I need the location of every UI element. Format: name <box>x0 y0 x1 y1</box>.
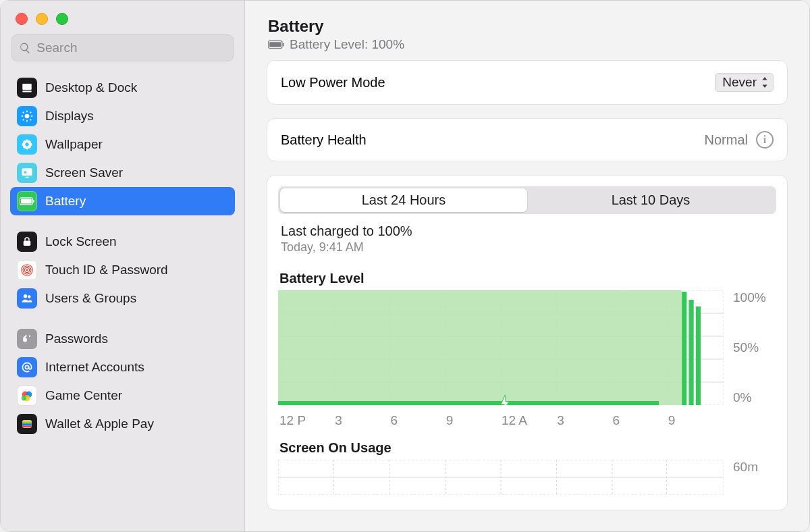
sidebar-item-label: Passwords <box>45 331 108 346</box>
sidebar-item-screensaver[interactable]: Screen Saver <box>10 159 235 187</box>
screensaver-icon <box>17 163 37 183</box>
sun-icon <box>17 106 37 126</box>
time-range-segmented: Last 24 Hours Last 10 Days <box>278 186 776 214</box>
sidebar-item-lock[interactable]: Lock Screen <box>10 228 235 256</box>
svg-rect-45 <box>22 426 31 428</box>
low-power-panel: Low Power Mode Never <box>267 60 788 105</box>
svg-rect-43 <box>22 423 31 425</box>
svg-rect-65 <box>696 307 701 405</box>
info-icon[interactable]: i <box>756 131 774 149</box>
svg-line-8 <box>30 119 32 121</box>
sidebar-item-wallet[interactable]: Wallet & Apple Pay <box>10 410 235 438</box>
svg-point-21 <box>24 171 27 174</box>
search-field[interactable] <box>11 34 234 61</box>
sidebar-item-users[interactable]: Users & Groups <box>10 284 235 313</box>
sidebar-item-label: Wallet & Apple Pay <box>45 417 154 431</box>
svg-rect-26 <box>24 241 31 246</box>
svg-rect-64 <box>688 300 693 405</box>
svg-rect-48 <box>283 43 284 46</box>
battery-level-chart: 12 P36912 A369 100%50%0% <box>278 290 776 429</box>
minimize-window-button[interactable] <box>36 13 48 25</box>
svg-point-32 <box>28 295 30 298</box>
svg-rect-44 <box>22 424 31 426</box>
x-axis-labels: 12 P36912 A369 <box>278 408 724 429</box>
battery-level-plot <box>278 290 724 405</box>
y-axis-labels: 100%50%0% <box>724 290 776 405</box>
chevron-up-down-icon <box>761 77 769 88</box>
users-icon <box>17 288 37 309</box>
svg-rect-0 <box>22 84 32 90</box>
sidebar-item-label: Wallpaper <box>45 137 103 152</box>
svg-rect-61 <box>278 290 682 405</box>
close-window-button[interactable] <box>16 13 28 25</box>
svg-rect-20 <box>22 168 32 176</box>
flower-icon <box>17 134 37 155</box>
last-charged-time: Today, 9:41 AM <box>281 240 774 255</box>
sidebar-item-at[interactable]: Internet Accounts <box>10 353 235 381</box>
svg-point-2 <box>25 114 30 119</box>
sidebar-item-desktop[interactable]: Desktop & Dock <box>10 74 235 102</box>
lock-icon <box>17 232 37 252</box>
touchid-icon <box>17 260 37 280</box>
svg-rect-25 <box>33 200 34 203</box>
svg-line-9 <box>23 119 24 121</box>
sidebar-item-key[interactable]: Passwords <box>10 325 235 353</box>
svg-point-19 <box>26 143 29 147</box>
sidebar-item-label: Users & Groups <box>45 291 136 306</box>
sidebar-item-label: Battery <box>45 194 86 209</box>
zoom-window-button[interactable] <box>56 13 68 25</box>
sidebar-item-label: Displays <box>45 109 94 124</box>
low-power-value: Never <box>722 75 757 90</box>
sidebar-item-sun[interactable]: Displays <box>10 102 235 130</box>
gamecenter-icon <box>17 385 37 406</box>
tab-last-24-hours[interactable]: Last 24 Hours <box>280 188 527 212</box>
page-title: Battery <box>268 17 786 36</box>
svg-rect-1 <box>22 90 32 92</box>
usage-panel: Last 24 Hours Last 10 Days Last charged … <box>267 175 788 510</box>
battery-icon <box>268 40 284 49</box>
battery-level-text: Battery Level: 100% <box>290 37 404 52</box>
svg-rect-62 <box>278 401 659 405</box>
svg-rect-22 <box>26 177 29 178</box>
tab-last-10-days[interactable]: Last 10 Days <box>527 188 774 212</box>
svg-rect-35 <box>29 336 30 337</box>
usage-ymax: 60m <box>733 460 758 475</box>
search-input[interactable] <box>36 41 226 55</box>
sidebar: Desktop & DockDisplaysWallpaperScreen Sa… <box>1 1 245 531</box>
desktop-icon <box>17 78 37 98</box>
sidebar-list: Desktop & DockDisplaysWallpaperScreen Sa… <box>1 71 244 441</box>
sidebar-item-gamecenter[interactable]: Game Center <box>10 381 235 410</box>
sidebar-item-touchid[interactable]: Touch ID & Password <box>10 256 235 284</box>
svg-point-31 <box>24 294 27 298</box>
sidebar-item-battery[interactable]: Battery <box>10 187 235 215</box>
svg-point-40 <box>22 396 26 400</box>
battery-health-label: Battery Health <box>281 132 367 148</box>
at-icon <box>17 357 37 377</box>
svg-rect-47 <box>269 42 281 47</box>
key-icon <box>17 329 37 349</box>
battery-health-panel: Battery Health Normal i <box>267 118 788 161</box>
screen-on-usage-chart: 60m <box>278 460 776 498</box>
svg-rect-63 <box>682 292 686 405</box>
page-header: Battery Battery Level: 100% <box>267 13 788 60</box>
svg-point-30 <box>26 269 28 271</box>
sidebar-item-label: Touch ID & Password <box>45 263 168 277</box>
sidebar-item-flower[interactable]: Wallpaper <box>10 130 235 159</box>
sidebar-item-label: Screen Saver <box>45 165 123 180</box>
wallet-icon <box>17 414 37 434</box>
screen-on-usage-plot <box>278 460 724 495</box>
low-power-mode-select[interactable]: Never <box>715 73 774 92</box>
sidebar-item-label: Desktop & Dock <box>45 80 137 95</box>
battery-health-value: Normal <box>705 132 748 148</box>
sidebar-item-label: Lock Screen <box>45 234 117 249</box>
svg-line-7 <box>23 112 24 113</box>
content-area: Battery Battery Level: 100% Low Power Mo… <box>245 1 809 531</box>
battery-level-chart-title: Battery Level <box>279 271 775 286</box>
window-controls <box>1 9 244 34</box>
svg-line-10 <box>30 112 32 113</box>
svg-rect-42 <box>22 421 31 423</box>
search-icon <box>19 41 31 55</box>
low-power-label: Low Power Mode <box>281 75 385 90</box>
last-charged-title: Last charged to 100% <box>281 223 774 239</box>
screen-on-usage-title: Screen On Usage <box>279 440 775 456</box>
